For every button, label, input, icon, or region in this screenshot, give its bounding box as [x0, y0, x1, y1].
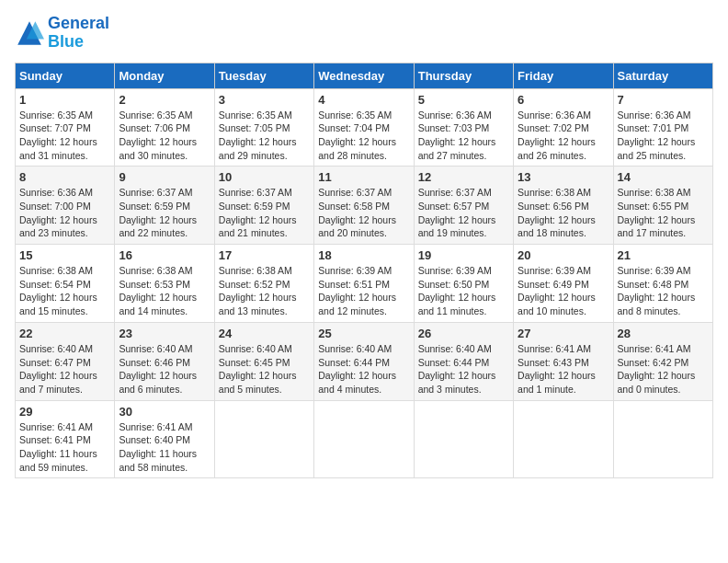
calendar-header-row: SundayMondayTuesdayWednesdayThursdayFrid… — [16, 63, 713, 88]
calendar-cell: 7Sunrise: 6:36 AMSunset: 7:01 PMDaylight… — [613, 88, 712, 167]
calendar-cell: 19Sunrise: 6:39 AMSunset: 6:50 PMDayligh… — [414, 245, 513, 323]
calendar-cell: 8Sunrise: 6:36 AMSunset: 7:00 PMDaylight… — [16, 167, 115, 245]
day-number: 20 — [518, 248, 609, 262]
day-info: Sunrise: 6:41 AMSunset: 6:43 PMDaylight:… — [518, 342, 609, 396]
day-header-wednesday: Wednesday — [314, 63, 414, 88]
day-info: Sunrise: 6:39 AMSunset: 6:50 PMDaylight:… — [418, 264, 509, 318]
day-info: Sunrise: 6:39 AMSunset: 6:49 PMDaylight:… — [518, 264, 609, 318]
day-number: 22 — [19, 327, 110, 340]
day-header-thursday: Thursday — [414, 63, 513, 88]
day-number: 2 — [119, 93, 210, 107]
calendar-cell: 21Sunrise: 6:39 AMSunset: 6:48 PMDayligh… — [613, 245, 712, 323]
day-number: 24 — [219, 327, 310, 340]
day-number: 18 — [318, 248, 409, 262]
calendar-cell: 4Sunrise: 6:35 AMSunset: 7:04 PMDaylight… — [314, 88, 414, 167]
calendar-week-1: 1Sunrise: 6:35 AMSunset: 7:07 PMDaylight… — [16, 88, 713, 167]
calendar-cell: 5Sunrise: 6:36 AMSunset: 7:03 PMDaylight… — [414, 88, 513, 167]
day-info: Sunrise: 6:39 AMSunset: 6:51 PMDaylight:… — [318, 264, 409, 318]
day-info: Sunrise: 6:41 AMSunset: 6:42 PMDaylight:… — [618, 342, 709, 396]
calendar-cell: 12Sunrise: 6:37 AMSunset: 6:57 PMDayligh… — [414, 167, 513, 245]
calendar-cell — [613, 400, 712, 478]
calendar-cell — [214, 400, 313, 478]
day-number: 23 — [119, 327, 210, 340]
day-info: Sunrise: 6:36 AMSunset: 7:01 PMDaylight:… — [618, 109, 709, 163]
calendar-cell: 6Sunrise: 6:36 AMSunset: 7:02 PMDaylight… — [514, 88, 613, 167]
calendar-cell — [414, 400, 513, 478]
day-number: 30 — [119, 405, 210, 419]
day-info: Sunrise: 6:40 AMSunset: 6:44 PMDaylight:… — [318, 342, 409, 396]
calendar-week-5: 29Sunrise: 6:41 AMSunset: 6:41 PMDayligh… — [16, 400, 713, 478]
day-info: Sunrise: 6:35 AMSunset: 7:06 PMDaylight:… — [119, 109, 210, 163]
day-info: Sunrise: 6:37 AMSunset: 6:59 PMDaylight:… — [219, 186, 310, 240]
day-info: Sunrise: 6:38 AMSunset: 6:55 PMDaylight:… — [618, 186, 709, 240]
calendar-cell: 2Sunrise: 6:35 AMSunset: 7:06 PMDaylight… — [115, 88, 214, 167]
day-number: 9 — [119, 170, 210, 184]
calendar-cell: 18Sunrise: 6:39 AMSunset: 6:51 PMDayligh… — [314, 245, 414, 323]
calendar-week-2: 8Sunrise: 6:36 AMSunset: 7:00 PMDaylight… — [16, 167, 713, 245]
day-number: 25 — [318, 327, 409, 340]
day-number: 17 — [219, 248, 310, 262]
calendar-cell: 24Sunrise: 6:40 AMSunset: 6:45 PMDayligh… — [214, 322, 313, 400]
day-info: Sunrise: 6:38 AMSunset: 6:54 PMDaylight:… — [19, 264, 110, 318]
calendar-cell: 1Sunrise: 6:35 AMSunset: 7:07 PMDaylight… — [16, 88, 115, 167]
calendar-cell — [514, 400, 613, 478]
day-info: Sunrise: 6:36 AMSunset: 7:00 PMDaylight:… — [19, 186, 110, 240]
calendar-cell: 13Sunrise: 6:38 AMSunset: 6:56 PMDayligh… — [514, 167, 613, 245]
calendar-cell — [314, 400, 414, 478]
day-info: Sunrise: 6:40 AMSunset: 6:46 PMDaylight:… — [119, 342, 210, 396]
day-info: Sunrise: 6:40 AMSunset: 6:45 PMDaylight:… — [219, 342, 310, 396]
day-number: 19 — [418, 248, 509, 262]
day-number: 16 — [119, 248, 210, 262]
day-header-tuesday: Tuesday — [214, 63, 313, 88]
day-info: Sunrise: 6:36 AMSunset: 7:03 PMDaylight:… — [418, 109, 509, 163]
logo: General Blue — [15, 15, 109, 52]
day-info: Sunrise: 6:37 AMSunset: 6:58 PMDaylight:… — [318, 186, 409, 240]
day-number: 15 — [19, 248, 110, 262]
calendar-cell: 11Sunrise: 6:37 AMSunset: 6:58 PMDayligh… — [314, 167, 414, 245]
logo-icon — [15, 18, 44, 48]
calendar-cell: 27Sunrise: 6:41 AMSunset: 6:43 PMDayligh… — [514, 322, 613, 400]
day-number: 29 — [19, 405, 110, 419]
calendar-week-4: 22Sunrise: 6:40 AMSunset: 6:47 PMDayligh… — [16, 322, 713, 400]
day-number: 4 — [318, 93, 409, 107]
calendar-cell: 23Sunrise: 6:40 AMSunset: 6:46 PMDayligh… — [115, 322, 214, 400]
day-number: 13 — [518, 170, 609, 184]
day-number: 21 — [618, 248, 709, 262]
calendar-cell: 3Sunrise: 6:35 AMSunset: 7:05 PMDaylight… — [214, 88, 313, 167]
day-number: 28 — [618, 327, 709, 340]
day-number: 8 — [19, 170, 110, 184]
page-header: General Blue — [15, 15, 713, 52]
calendar-cell: 15Sunrise: 6:38 AMSunset: 6:54 PMDayligh… — [16, 245, 115, 323]
calendar-cell: 26Sunrise: 6:40 AMSunset: 6:44 PMDayligh… — [414, 322, 513, 400]
calendar-table: SundayMondayTuesdayWednesdayThursdayFrid… — [15, 63, 713, 479]
day-number: 27 — [518, 327, 609, 340]
day-header-friday: Friday — [514, 63, 613, 88]
calendar-cell: 29Sunrise: 6:41 AMSunset: 6:41 PMDayligh… — [16, 400, 115, 478]
day-number: 10 — [219, 170, 310, 184]
calendar-cell: 16Sunrise: 6:38 AMSunset: 6:53 PMDayligh… — [115, 245, 214, 323]
day-info: Sunrise: 6:35 AMSunset: 7:07 PMDaylight:… — [19, 109, 110, 163]
day-number: 5 — [418, 93, 509, 107]
day-info: Sunrise: 6:41 AMSunset: 6:40 PMDaylight:… — [119, 420, 210, 475]
day-info: Sunrise: 6:40 AMSunset: 6:44 PMDaylight:… — [418, 342, 509, 396]
day-info: Sunrise: 6:38 AMSunset: 6:52 PMDaylight:… — [219, 264, 310, 318]
calendar-cell: 17Sunrise: 6:38 AMSunset: 6:52 PMDayligh… — [214, 245, 313, 323]
day-header-monday: Monday — [115, 63, 214, 88]
calendar-cell: 10Sunrise: 6:37 AMSunset: 6:59 PMDayligh… — [214, 167, 313, 245]
calendar-cell: 14Sunrise: 6:38 AMSunset: 6:55 PMDayligh… — [613, 167, 712, 245]
calendar-week-3: 15Sunrise: 6:38 AMSunset: 6:54 PMDayligh… — [16, 245, 713, 323]
day-number: 7 — [618, 93, 709, 107]
day-info: Sunrise: 6:35 AMSunset: 7:04 PMDaylight:… — [318, 109, 409, 163]
calendar-cell: 30Sunrise: 6:41 AMSunset: 6:40 PMDayligh… — [115, 400, 214, 478]
day-info: Sunrise: 6:39 AMSunset: 6:48 PMDaylight:… — [618, 264, 709, 318]
day-number: 26 — [418, 327, 509, 340]
calendar-cell: 20Sunrise: 6:39 AMSunset: 6:49 PMDayligh… — [514, 245, 613, 323]
day-info: Sunrise: 6:36 AMSunset: 7:02 PMDaylight:… — [518, 109, 609, 163]
day-number: 1 — [19, 93, 110, 107]
calendar-cell: 25Sunrise: 6:40 AMSunset: 6:44 PMDayligh… — [314, 322, 414, 400]
calendar-cell: 28Sunrise: 6:41 AMSunset: 6:42 PMDayligh… — [613, 322, 712, 400]
day-number: 6 — [518, 93, 609, 107]
calendar-cell: 9Sunrise: 6:37 AMSunset: 6:59 PMDaylight… — [115, 167, 214, 245]
day-info: Sunrise: 6:41 AMSunset: 6:41 PMDaylight:… — [19, 420, 110, 475]
day-number: 11 — [318, 170, 409, 184]
